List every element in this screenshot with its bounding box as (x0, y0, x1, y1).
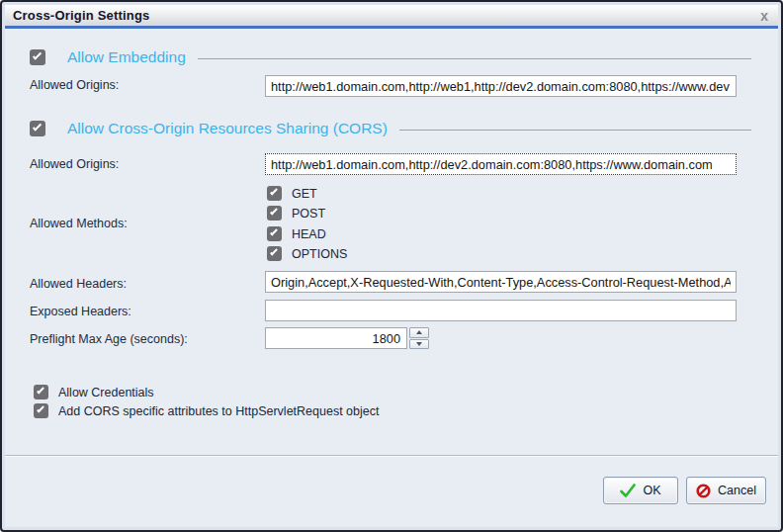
checkmark-icon (270, 188, 278, 196)
cancel-button[interactable]: Cancel (686, 477, 766, 504)
dialog-inner: Cross-Origin Settings x Allow Embedding … (5, 5, 778, 527)
ok-button-label: OK (643, 484, 660, 497)
cors-allowed-origins-label: Allowed Origins: (30, 157, 119, 171)
allow-embedding-heading: Allow Embedding (67, 48, 186, 66)
close-icon[interactable]: x (760, 7, 768, 25)
allowed-headers-input[interactable] (265, 271, 737, 293)
allow-credentials-checkbox[interactable] (34, 385, 48, 399)
spinner-up-button[interactable] (409, 327, 429, 338)
checkmark-icon (37, 405, 44, 413)
check-icon (620, 484, 636, 497)
section-allow-embedding: Allow Embedding (30, 48, 751, 66)
method-head-checkbox[interactable] (267, 226, 282, 241)
preflight-max-age-label: Preflight Max Age (seconds): (30, 332, 188, 346)
cancel-button-label: Cancel (718, 484, 756, 497)
dialog-titlebar: Cross-Origin Settings x (5, 5, 778, 29)
embedding-allowed-origins-label: Allowed Origins: (30, 78, 119, 92)
exposed-headers-input[interactable] (265, 300, 737, 321)
checkmark-icon (270, 228, 278, 236)
allow-credentials-label: Allow Credentials (58, 386, 154, 399)
section-divider-line (399, 130, 751, 131)
method-row-get: GET (267, 185, 317, 202)
checkmark-icon (270, 248, 278, 256)
allowed-methods-label: Allowed Methods: (30, 217, 128, 230)
add-cors-attributes-label: Add CORS specific attributes to HttpServ… (58, 404, 379, 418)
chevron-down-icon (416, 342, 422, 346)
checkmark-icon (37, 387, 44, 395)
method-post-label: POST (292, 207, 325, 221)
allow-credentials-row: Allow Credentials (34, 384, 154, 400)
checkmark-icon (33, 50, 42, 59)
method-row-head: HEAD (267, 225, 326, 242)
chevron-up-icon (416, 330, 422, 334)
allow-cors-checkbox[interactable] (30, 121, 45, 136)
add-cors-attributes-row: Add CORS specific attributes to HttpServ… (34, 402, 379, 419)
checkmark-icon (270, 208, 278, 216)
method-post-checkbox[interactable] (267, 206, 282, 221)
allowed-headers-label: Allowed Headers: (30, 277, 127, 291)
method-get-checkbox[interactable] (267, 186, 282, 201)
allow-cors-heading: Allow Cross-Origin Resources Sharing (CO… (67, 120, 388, 137)
method-row-post: POST (267, 205, 325, 222)
dialog-title: Cross-Origin Settings (13, 8, 150, 23)
add-cors-attributes-checkbox[interactable] (34, 403, 48, 418)
method-head-label: HEAD (292, 227, 326, 241)
method-get-label: GET (292, 187, 317, 201)
method-options-label: OPTIONS (292, 247, 347, 261)
preflight-max-age-input[interactable] (265, 327, 407, 349)
ok-button[interactable]: OK (603, 477, 678, 504)
allow-embedding-checkbox[interactable] (30, 49, 45, 65)
preflight-max-age-spinner (409, 327, 429, 349)
cors-allowed-origins-input[interactable] (265, 153, 737, 175)
embedding-allowed-origins-input[interactable] (265, 75, 737, 97)
dialog-content: Allow Embedding Allowed Origins: Allow C… (5, 29, 778, 524)
exposed-headers-label: Exposed Headers: (30, 305, 131, 318)
prohibited-icon (696, 484, 711, 498)
checkmark-icon (33, 122, 42, 131)
method-row-options: OPTIONS (267, 245, 347, 262)
spinner-down-button[interactable] (409, 339, 429, 350)
footer-divider (5, 455, 778, 457)
section-cors: Allow Cross-Origin Resources Sharing (CO… (30, 120, 751, 137)
cross-origin-settings-dialog: Cross-Origin Settings x Allow Embedding … (0, 0, 783, 532)
method-options-checkbox[interactable] (267, 246, 282, 261)
section-divider-line (198, 58, 751, 59)
